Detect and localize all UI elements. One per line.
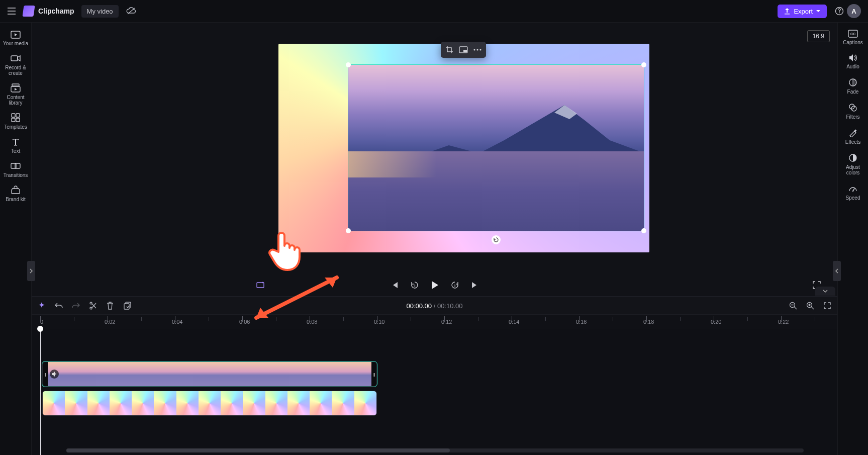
fade-icon [848, 78, 857, 87]
ruler-label: 0:10 [374, 319, 384, 325]
media-icon [11, 30, 21, 39]
video-canvas[interactable] [278, 44, 649, 252]
svg-point-18 [852, 191, 853, 192]
user-avatar[interactable]: A [847, 4, 861, 18]
redo-icon [72, 302, 80, 309]
resize-handle-tl[interactable] [346, 62, 351, 67]
timeline-toolbar: 00:00.00 / 00:10.00 [31, 296, 838, 315]
panel-tab-filters[interactable]: Filters [840, 100, 866, 123]
svg-rect-9 [16, 118, 20, 122]
redo-button[interactable] [70, 300, 81, 311]
forward-5-icon: 5 [450, 281, 459, 290]
skip-start-button[interactable] [389, 279, 401, 291]
zoom-out-button[interactable] [788, 300, 799, 311]
project-name[interactable]: My video [81, 5, 119, 18]
aspect-ratio-button[interactable]: 16:9 [807, 30, 830, 42]
ruler-label: 0:08 [307, 319, 317, 325]
play-button[interactable] [429, 279, 441, 291]
svg-rect-7 [16, 114, 20, 117]
transitions-icon [11, 161, 21, 170]
rewind-5-button[interactable]: 5 [409, 279, 421, 291]
panel-tab-label: Speed [846, 195, 860, 201]
resize-handle-br[interactable] [641, 228, 646, 233]
sidebar-item-transitions[interactable]: Transitions [3, 158, 29, 181]
crop-icon [445, 46, 453, 54]
sidebar-item-label: Transitions [4, 172, 28, 178]
sidebar-item-your-media[interactable]: Your media [3, 26, 29, 49]
app-name: Clipchamp [38, 7, 74, 15]
sparkle-icon [38, 302, 46, 310]
timeline-tracks[interactable]: || || [31, 329, 838, 455]
hamburger-menu[interactable] [4, 4, 19, 19]
playback-controls-row: 5 5 [31, 274, 838, 296]
svg-rect-20 [463, 50, 467, 52]
undo-button[interactable] [53, 300, 64, 311]
sidebar-item-label: Your media [3, 41, 28, 46]
rotate-icon [493, 237, 499, 243]
app-logo[interactable]: Clipchamp [23, 6, 74, 17]
clip-mute-button[interactable] [50, 370, 59, 379]
skip-end-button[interactable] [469, 279, 481, 291]
crop-button[interactable] [443, 44, 456, 56]
help-button[interactable] [832, 4, 847, 19]
ai-timeline-button[interactable] [36, 300, 47, 311]
panel-tab-fade[interactable]: Fade [840, 74, 866, 98]
svg-rect-4 [12, 84, 19, 86]
panel-tab-captions[interactable]: CC Captions [840, 26, 866, 48]
panel-tab-audio[interactable]: Audio [840, 50, 866, 72]
expand-right-panel[interactable] [833, 261, 841, 281]
ai-suggest-button[interactable] [254, 279, 266, 291]
selected-clip-overlay[interactable] [348, 65, 644, 231]
sidebar-item-templates[interactable]: Templates [3, 110, 29, 133]
clip-trim-right[interactable]: || [371, 362, 376, 386]
panel-tab-effects[interactable]: Effects [840, 125, 866, 148]
forward-5-button[interactable]: 5 [449, 279, 461, 291]
ruler-label: 0:04 [172, 319, 182, 325]
collapse-timeline-button[interactable] [815, 287, 835, 296]
background-track-clip[interactable] [42, 391, 377, 416]
delete-button[interactable] [105, 300, 116, 311]
chevron-down-icon [816, 9, 821, 14]
contrast-icon [848, 153, 857, 162]
ruler-label: 0:16 [576, 319, 587, 325]
chevron-right-icon [29, 268, 33, 274]
export-button[interactable]: Export [778, 5, 827, 18]
expand-left-panel[interactable] [27, 261, 35, 281]
svg-point-21 [473, 49, 475, 50]
cloud-off-icon [126, 7, 136, 15]
svg-text:CC: CC [850, 32, 855, 36]
ruler-label: 0:12 [441, 319, 452, 325]
sidebar-item-record-create[interactable]: Record & create [3, 50, 29, 79]
panel-tab-adjust-colors[interactable]: Adjust colors [840, 150, 866, 178]
rewind-5-icon: 5 [410, 281, 419, 290]
resize-handle-bl[interactable] [346, 228, 351, 233]
svg-point-15 [849, 104, 854, 109]
more-options-button[interactable] [471, 44, 484, 56]
video-track-clip[interactable]: || || [42, 361, 377, 387]
sidebar-item-text[interactable]: Text [3, 134, 29, 157]
help-icon [835, 7, 844, 16]
clip-floating-toolbar [441, 42, 486, 58]
panel-tab-speed[interactable]: Speed [840, 180, 866, 204]
picture-in-picture-button[interactable] [457, 44, 470, 56]
sidebar-item-label: Templates [4, 124, 27, 130]
app-header: Clipchamp My video Export A [0, 0, 868, 23]
zoom-fit-button[interactable] [822, 300, 833, 311]
speed-icon [848, 184, 857, 193]
panel-tab-label: Captions [843, 40, 862, 45]
clip-trim-left[interactable]: || [43, 362, 48, 386]
svg-point-27 [90, 302, 92, 304]
left-sidebar: Your media Record & create Content libra… [0, 22, 32, 455]
sidebar-item-content-library[interactable]: Content library [3, 80, 29, 109]
rotate-handle[interactable] [492, 235, 501, 244]
timeline-ruler[interactable]: 0 0:02 0:04 0:06 0:08 0:10 0:12 0:14 0:1… [31, 314, 838, 330]
timeline-scrollbar[interactable] [66, 448, 804, 452]
sidebar-item-brand-kit[interactable]: Brand kit [3, 182, 29, 205]
zoom-in-button[interactable] [805, 300, 816, 311]
cloud-sync-off-button[interactable] [124, 4, 139, 19]
duplicate-button[interactable] [122, 300, 133, 311]
svg-rect-6 [12, 114, 15, 117]
split-button[interactable] [87, 300, 99, 311]
playhead[interactable] [40, 326, 41, 455]
resize-handle-tr[interactable] [641, 62, 646, 67]
